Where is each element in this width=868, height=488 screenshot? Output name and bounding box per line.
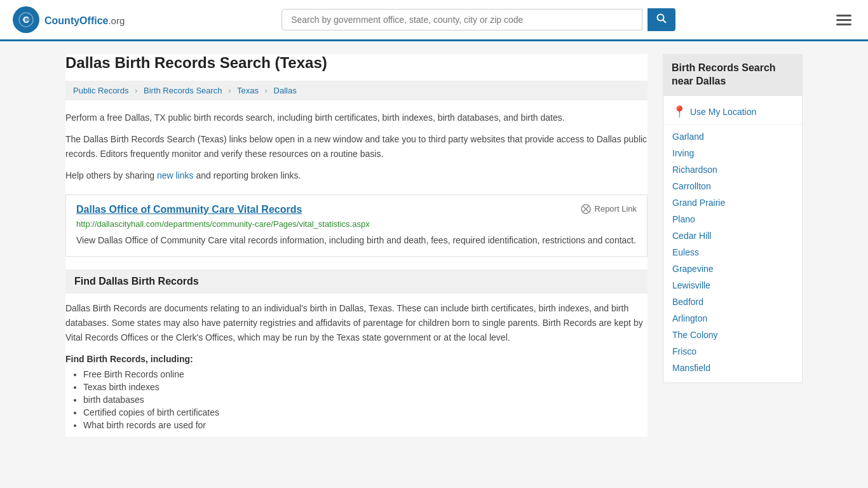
- sidebar-link-carrollton[interactable]: Carrollton: [663, 178, 802, 194]
- sidebar-link-irving[interactable]: Irving: [663, 145, 802, 161]
- logo-icon: C: [13, 6, 39, 33]
- find-section-list-heading: Find Birth Records, including:: [65, 354, 648, 364]
- sidebar-link-garland[interactable]: Garland: [663, 128, 802, 145]
- list-item: What birth records are used for: [83, 420, 648, 430]
- logo-area: C CountyOffice.org: [13, 6, 125, 33]
- link-card-desc: View Dallas Office of Community Care vit…: [76, 234, 637, 247]
- sidebar-content: 📍 Use My Location GarlandIrvingRichardso…: [663, 96, 803, 383]
- sidebar-links: GarlandIrvingRichardsonCarrolltonGrand P…: [663, 128, 802, 376]
- report-link-button[interactable]: Report Link: [581, 204, 637, 214]
- menu-bar-1: [836, 15, 851, 17]
- search-area: [281, 8, 675, 31]
- sidebar-link-grand-prairie[interactable]: Grand Prairie: [663, 194, 802, 211]
- description-2: The Dallas Birth Records Search (Texas) …: [65, 132, 648, 161]
- svg-point-3: [658, 15, 664, 21]
- link-card-header: Dallas Office of Community Care Vital Re…: [76, 204, 637, 215]
- find-section-body: Dallas Birth Records are documents relat…: [65, 301, 648, 345]
- search-input[interactable]: [281, 9, 642, 30]
- new-links-link[interactable]: new links: [157, 170, 194, 180]
- sidebar-link-bedford[interactable]: Bedford: [663, 294, 802, 310]
- link-card-url[interactable]: http://dallascityhall.com/departments/co…: [76, 219, 637, 229]
- list-item: Free Birth Records online: [83, 369, 648, 379]
- menu-bar-2: [836, 19, 851, 21]
- breadcrumb-public-records[interactable]: Public Records: [73, 86, 128, 95]
- breadcrumb: Public Records › Birth Records Search › …: [65, 81, 648, 100]
- list-item: birth databases: [83, 395, 648, 405]
- report-icon: [581, 204, 591, 214]
- sidebar-link-euless[interactable]: Euless: [663, 244, 802, 261]
- sidebar-link-mansfield[interactable]: Mansfield: [663, 360, 802, 376]
- sidebar-link-frisco[interactable]: Frisco: [663, 343, 802, 360]
- menu-bar-3: [836, 24, 851, 25]
- find-section-list: Free Birth Records onlineTexas birth ind…: [65, 369, 648, 430]
- link-card: Dallas Office of Community Care Vital Re…: [65, 194, 648, 257]
- sidebar-link-lewisville[interactable]: Lewisville: [663, 277, 802, 294]
- sidebar-header: Birth Records Search near Dallas: [663, 54, 803, 96]
- breadcrumb-dallas[interactable]: Dallas: [274, 86, 297, 95]
- find-section-heading: Find Dallas Birth Records: [65, 269, 648, 294]
- use-location-button[interactable]: 📍 Use My Location: [663, 102, 802, 125]
- list-item: Texas birth indexes: [83, 382, 648, 392]
- search-button[interactable]: [648, 8, 675, 31]
- breadcrumb-sep-1: ›: [135, 86, 137, 95]
- list-item: Certified copies of birth certificates: [83, 407, 648, 417]
- logo-text: CountyOffice.org: [44, 13, 125, 27]
- sidebar-link-cedar-hill[interactable]: Cedar Hill: [663, 227, 802, 244]
- sidebar-link-grapevine[interactable]: Grapevine: [663, 261, 802, 277]
- svg-line-4: [663, 20, 667, 24]
- page-title: Dallas Birth Records Search (Texas): [65, 54, 648, 72]
- sidebar-link-the-colony[interactable]: The Colony: [663, 327, 802, 343]
- sidebar-link-plano[interactable]: Plano: [663, 211, 802, 227]
- sidebar-link-arlington[interactable]: Arlington: [663, 310, 802, 327]
- sidebar: Birth Records Search near Dallas 📍 Use M…: [663, 54, 803, 437]
- breadcrumb-texas[interactable]: Texas: [237, 86, 259, 95]
- main-container: Dallas Birth Records Search (Texas) Publ…: [53, 41, 815, 449]
- content-area: Dallas Birth Records Search (Texas) Publ…: [65, 54, 648, 437]
- header: C CountyOffice.org: [0, 0, 868, 41]
- breadcrumb-birth-records-search[interactable]: Birth Records Search: [144, 86, 222, 95]
- breadcrumb-sep-2: ›: [228, 86, 231, 95]
- description-3: Help others by sharing new links and rep…: [65, 168, 648, 182]
- menu-button[interactable]: [832, 11, 855, 29]
- link-card-title[interactable]: Dallas Office of Community Care Vital Re…: [76, 204, 302, 215]
- description-1: Perform a free Dallas, TX public birth r…: [65, 111, 648, 125]
- sidebar-link-richardson[interactable]: Richardson: [663, 161, 802, 178]
- breadcrumb-sep-3: ›: [265, 86, 268, 95]
- location-icon: 📍: [672, 106, 686, 118]
